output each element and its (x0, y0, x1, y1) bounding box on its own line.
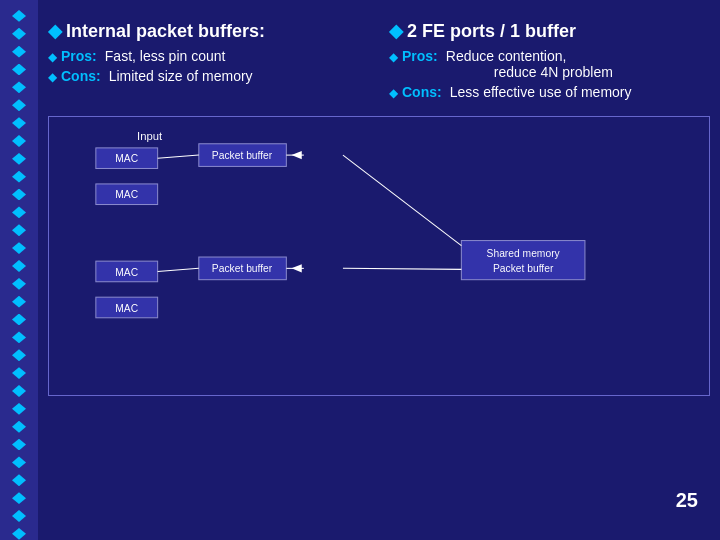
right-heading: ◆2 FE ports / 1 buffer (389, 20, 710, 42)
bar-dot (12, 153, 26, 165)
bar-dot (12, 492, 26, 504)
mac-label-1: MAC (115, 153, 138, 164)
bar-dot (12, 278, 26, 290)
left-cons-line: ◆ Cons: Limited size of memory (48, 68, 369, 84)
diagram-svg: Input MAC Packet buffer MAC MAC Packet b… (49, 117, 709, 395)
left-heading: ◆Internal packet buffers: (48, 20, 369, 42)
right-pros-line: ◆ Pros: Reduce contention, reduce 4N pro… (389, 48, 710, 80)
bar-dot (12, 224, 26, 236)
packet-buffer-label-1: Packet buffer (212, 150, 273, 161)
page-number: 25 (676, 489, 698, 512)
right-cons-line: ◆ Cons: Less effective use of memory (389, 84, 710, 100)
bar-dot (12, 439, 26, 451)
bar-dot (12, 99, 26, 111)
bar-dot (12, 171, 26, 183)
bar-dot (12, 474, 26, 486)
bar-dot (12, 314, 26, 326)
shared-memory-label-2: Packet buffer (493, 263, 554, 274)
pros-diamond-icon-2: ◆ (389, 50, 398, 64)
cons-diamond-icon: ◆ (48, 70, 57, 84)
bar-dot (12, 296, 26, 308)
bar-dot (12, 206, 26, 218)
bar-dot (12, 385, 26, 397)
shared-memory-label-1: Shared memory (487, 248, 561, 259)
bar-dot (12, 260, 26, 272)
mac-label-2: MAC (115, 189, 138, 200)
bar-dot (12, 46, 26, 58)
arrow-mac1-to-pb1 (158, 155, 199, 158)
bar-dot (12, 331, 26, 343)
bar-dot (12, 349, 26, 361)
bar-dot (12, 135, 26, 147)
packet-buffer-label-2: Packet buffer (212, 263, 273, 274)
bar-dot (12, 117, 26, 129)
bar-dot (12, 421, 26, 433)
right-column: ◆2 FE ports / 1 buffer ◆ Pros: Reduce co… (389, 20, 710, 104)
left-decorative-bar (0, 0, 38, 540)
input-label: Input (137, 130, 163, 142)
bar-dot (12, 189, 26, 201)
bar-dot (12, 64, 26, 76)
bar-dot (12, 403, 26, 415)
arrow-bottom-to-shared (343, 268, 461, 269)
bar-dot (12, 10, 26, 22)
arrow-mac3-to-pb2 (158, 268, 199, 271)
heading-diamond-icon: ◆ (48, 21, 62, 41)
bar-dot (12, 456, 26, 468)
left-column: ◆Internal packet buffers: ◆ Pros: Fast, … (48, 20, 369, 104)
bar-dot (12, 367, 26, 379)
bar-dot (12, 510, 26, 522)
bar-dot (12, 528, 26, 540)
bar-dot (12, 242, 26, 254)
pros-diamond-icon: ◆ (48, 50, 57, 64)
diagram-area: Input MAC Packet buffer MAC MAC Packet b… (48, 116, 710, 396)
mac-label-4: MAC (115, 303, 138, 314)
arrow-top-to-shared (343, 155, 461, 246)
main-content: ◆Internal packet buffers: ◆ Pros: Fast, … (48, 20, 710, 520)
bar-dot (12, 28, 26, 40)
heading-diamond-icon-2: ◆ (389, 21, 403, 41)
left-pros-line: ◆ Pros: Fast, less pin count (48, 48, 369, 64)
bar-dot (12, 81, 26, 93)
mac-label-3: MAC (115, 267, 138, 278)
cons-diamond-icon-2: ◆ (389, 86, 398, 100)
top-section: ◆Internal packet buffers: ◆ Pros: Fast, … (48, 20, 710, 104)
